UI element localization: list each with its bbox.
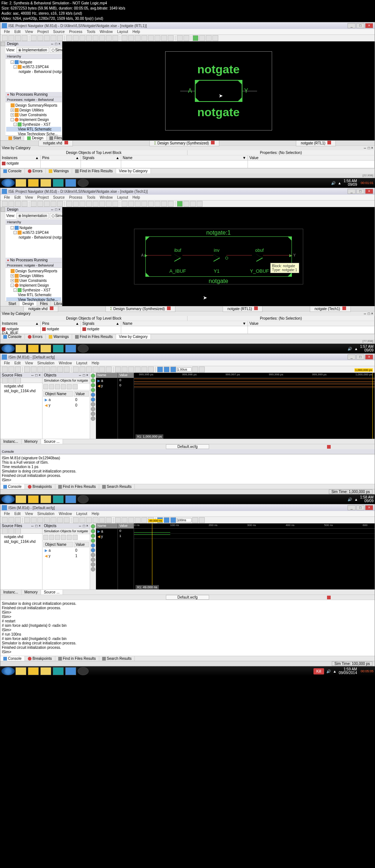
maximize-button[interactable]: □ — [356, 189, 364, 194]
obj-btn[interactable] — [49, 535, 54, 540]
toolbar-btn[interactable] — [2, 367, 8, 372]
toolbar-btn[interactable] — [8, 35, 14, 41]
src-file[interactable]: notgate.vhd — [1, 384, 41, 389]
close-icon[interactable] — [254, 306, 258, 310]
proc-item[interactable]: View RTL Schematic — [6, 293, 61, 297]
close-icon[interactable] — [342, 306, 346, 310]
tab-view-category[interactable]: View by Category — [116, 169, 151, 173]
btn[interactable] — [8, 378, 14, 383]
doc-tab-summary[interactable]: Σ Design Summary (Synthesized) — [149, 140, 220, 146]
toolbar-btn[interactable] — [128, 201, 134, 207]
wave-btn[interactable] — [91, 538, 95, 543]
obj-btn[interactable] — [43, 535, 48, 540]
menu-view[interactable]: View — [23, 29, 35, 34]
toolbar-btn[interactable] — [15, 201, 21, 207]
taskbar-obs[interactable] — [78, 179, 89, 187]
panel-controls[interactable]: ↔ □ × — [363, 312, 373, 316]
panel-close-icon[interactable]: ↔ □ × — [51, 41, 60, 46]
toolbar-btn[interactable] — [99, 35, 105, 41]
tab-files[interactable]: Files — [37, 301, 51, 306]
toolbar-btn[interactable] — [57, 35, 63, 41]
menu-file[interactable]: File — [2, 195, 12, 200]
toolbar-btn[interactable] — [31, 367, 37, 372]
proc-view-tech[interactable]: View Technology Sche... — [6, 297, 61, 301]
menu-layout[interactable]: Layout — [115, 29, 130, 34]
doc-tab-rtl[interactable]: notgate (RTL1) — [296, 140, 336, 146]
proc-implement-design[interactable]: -Implement Design — [6, 117, 61, 122]
wave-btn[interactable] — [91, 567, 95, 571]
toolbar-btn[interactable] — [37, 367, 43, 372]
tray-icon[interactable]: 🔊 — [331, 181, 335, 185]
toolbar-btn[interactable] — [128, 367, 134, 372]
src-file[interactable]: std_logic_1164.vhd — [1, 539, 41, 544]
wave-btn[interactable] — [91, 412, 95, 416]
toolbar-btn[interactable] — [37, 35, 43, 41]
close-button[interactable]: × — [365, 354, 373, 360]
panel-controls[interactable]: ↔ □ × — [31, 373, 41, 378]
run-button[interactable] — [164, 517, 170, 523]
run-all-button[interactable] — [170, 367, 176, 372]
menu-simulation[interactable]: Simulation — [35, 511, 57, 516]
tab-breakpoints[interactable]: Breakpoints — [25, 484, 55, 489]
sig-name[interactable]: ▶a — [96, 378, 118, 383]
vtab-btn[interactable] — [1, 207, 5, 212]
toolbar-btn[interactable] — [44, 517, 50, 523]
toolbar-btn[interactable] — [141, 201, 147, 207]
toolbar-btn[interactable] — [31, 201, 37, 207]
close-button[interactable]: × — [365, 23, 373, 28]
toolbar-btn[interactable] — [122, 201, 127, 207]
toolbar-btn[interactable] — [135, 35, 141, 41]
toolbar-btn[interactable] — [161, 201, 167, 207]
console-output[interactable]: ISim M.81d (signature 0x12940baa) This i… — [0, 454, 375, 484]
hierarchy-tree[interactable]: -Notgate -xc9572-15PC44 notgate - Behavi… — [5, 225, 62, 258]
menu-source[interactable]: Source — [51, 29, 67, 34]
objects-table[interactable]: Object NameValue ▶ a0 ◀ y1 — [42, 541, 90, 559]
taskbar-app[interactable] — [40, 345, 51, 353]
btn[interactable] — [2, 528, 8, 534]
menu-view[interactable]: View — [23, 195, 35, 200]
value-col-hdr[interactable]: Value — [118, 523, 134, 529]
processes-tree[interactable]: Design Summary/Reports +Design Utilities… — [5, 102, 62, 135]
col-value[interactable]: Value — [74, 391, 89, 397]
col-name[interactable]: Object Name — [43, 542, 73, 547]
toolbar-btn[interactable] — [57, 517, 63, 523]
processes-tree[interactable]: Design Summary/Reports +Design Utilities… — [5, 268, 62, 301]
toolbar-btn[interactable] — [44, 201, 50, 207]
comp-ibuf[interactable]: ibuf A_IBUF — [170, 248, 186, 274]
name-col-hdr[interactable]: Name — [96, 523, 118, 529]
tab-instance[interactable]: Instanc... — [0, 590, 22, 595]
tab-errors[interactable]: Errors — [25, 169, 46, 173]
toolbar-btn[interactable] — [168, 201, 174, 207]
taskbar-app[interactable] — [40, 495, 51, 503]
wave-btn[interactable] — [91, 534, 95, 538]
toolbar-btn[interactable] — [44, 367, 50, 372]
menu-window[interactable]: Window — [57, 511, 74, 516]
toolbar-btn[interactable] — [115, 367, 121, 372]
wave-btn[interactable] — [91, 524, 95, 529]
close-icon[interactable] — [327, 445, 331, 449]
run-button[interactable] — [164, 367, 170, 372]
col-hdr[interactable]: Name — [123, 321, 133, 326]
toolbar-btn[interactable] — [86, 35, 92, 41]
toolbar-btn[interactable] — [122, 35, 127, 41]
wave-btn[interactable] — [91, 397, 95, 402]
doc-tab[interactable]: notgate (RTL1) — [223, 306, 263, 312]
taskbar-app[interactable] — [78, 495, 89, 503]
time-marker[interactable]: 1,000,000 ps — [354, 368, 373, 372]
col-value[interactable]: Value — [74, 542, 89, 547]
sig-name[interactable]: ◀y — [96, 383, 118, 388]
toolbar-btn[interactable] — [135, 367, 141, 372]
proc-item[interactable]: +Design Utilities — [6, 273, 61, 278]
maximize-button[interactable]: □ — [356, 354, 364, 360]
wave-btn[interactable] — [91, 383, 95, 387]
menu-help[interactable]: Help — [89, 360, 101, 366]
toolbar-btn[interactable] — [128, 35, 134, 41]
tab-console[interactable]: Console — [0, 169, 25, 173]
step-button[interactable] — [157, 367, 163, 372]
toolbar-btn[interactable] — [106, 517, 112, 523]
tree-node-project[interactable]: -Notgate — [6, 60, 61, 65]
toolbar-btn[interactable] — [73, 201, 79, 207]
menu-process[interactable]: Process — [67, 195, 85, 200]
toolbar-btn[interactable] — [148, 367, 154, 372]
run-time-input[interactable] — [177, 367, 192, 372]
